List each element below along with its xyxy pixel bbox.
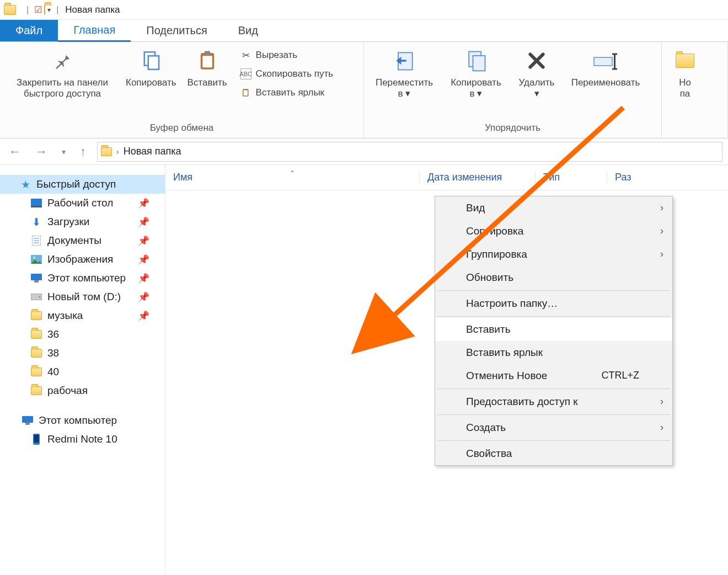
svg-rect-29 — [34, 435, 39, 443]
folder-icon[interactable] — [44, 5, 45, 15]
sidebar-item-pictures[interactable]: Изображения 📌 — [0, 250, 165, 269]
svg-rect-3 — [202, 56, 212, 67]
sidebar-item-40[interactable]: 40 — [0, 363, 165, 381]
dropdown-caret-icon[interactable]: ▾ — [47, 6, 51, 14]
context-menu: Вид› Сортировка› Группировка› Обновить Н… — [435, 196, 673, 466]
ctx-give-access[interactable]: Предоставить доступ к› — [435, 390, 672, 413]
tab-share[interactable]: Поделиться — [131, 20, 222, 41]
sidebar-item-music[interactable]: музыка 📌 — [0, 306, 165, 325]
sidebar-item-38[interactable]: 38 — [0, 344, 165, 363]
sidebar-item-downloads[interactable]: ⬇ Загрузки 📌 — [0, 212, 165, 231]
rename-label: Переименовать — [571, 77, 640, 88]
sidebar-item-36[interactable]: 36 — [0, 325, 165, 344]
ctx-label: Отменить Новое — [466, 370, 547, 381]
chevron-right-icon[interactable]: › — [116, 147, 119, 156]
column-name-label: Имя — [173, 172, 192, 183]
ctx-label: Вид — [466, 202, 485, 214]
breadcrumb[interactable]: › Новая папка — [97, 142, 722, 162]
properties-icon[interactable]: ☑ — [34, 4, 42, 15]
breadcrumb-current[interactable]: Новая папка — [124, 146, 181, 157]
forward-button[interactable]: → — [32, 142, 51, 161]
copy-path-button[interactable]: ABC Скопировать путь — [236, 66, 338, 82]
column-header-name[interactable]: Имя ⌃ — [165, 172, 419, 183]
ctx-paste-shortcut[interactable]: Вставить ярлык — [435, 341, 672, 364]
tab-home[interactable]: Главная — [58, 20, 131, 42]
sidebar-item-label: 36 — [47, 328, 59, 340]
sidebar-item-label: 38 — [47, 347, 59, 359]
rename-button[interactable]: Переименовать — [561, 44, 650, 120]
sidebar-item-label: Этот компьютер — [47, 272, 126, 284]
move-to-button[interactable]: Переместить в ▾ — [368, 44, 440, 120]
navigation-sidebar: ★ Быстрый доступ Рабочий стол 📌 ⬇ Загруз… — [0, 165, 165, 575]
quick-access-label: Быстрый доступ — [36, 178, 116, 190]
svg-rect-27 — [25, 423, 30, 425]
pin-icon: 📌 — [138, 273, 149, 284]
sidebar-item-working[interactable]: рабочая — [0, 381, 165, 400]
sidebar-item-this-pc[interactable]: Этот компьютер 📌 — [0, 269, 165, 288]
this-pc-label: Этот компьютер — [39, 414, 117, 427]
sidebar-item-desktop[interactable]: Рабочий стол 📌 — [0, 194, 165, 212]
rename-icon — [592, 47, 619, 74]
tab-file[interactable]: Файл — [0, 20, 58, 41]
svg-rect-23 — [34, 280, 39, 283]
copy-button[interactable]: Копировать — [120, 44, 182, 120]
copy-to-icon — [463, 47, 489, 74]
sidebar-item-label: Документы — [47, 235, 101, 247]
svg-rect-26 — [22, 416, 33, 423]
pin-icon: 📌 — [138, 198, 149, 209]
ctx-group[interactable]: Группировка› — [435, 243, 672, 266]
sidebar-item-label: Загрузки — [47, 216, 89, 228]
file-list-area[interactable]: Имя ⌃ Дата изменения Тип Раз Вид› Сортир… — [165, 165, 728, 575]
sort-caret-icon: ⌃ — [290, 169, 295, 177]
copy-to-button[interactable]: Копировать в ▾ — [440, 44, 512, 120]
phone-icon — [31, 434, 42, 445]
star-icon: ★ — [20, 179, 31, 190]
sidebar-item-label: музыка — [47, 310, 83, 322]
ctx-undo[interactable]: Отменить НовоеCTRL+Z — [435, 364, 672, 387]
svg-rect-6 — [243, 90, 248, 96]
ctx-refresh[interactable]: Обновить — [435, 266, 672, 289]
delete-label: Удалить ▾ — [519, 77, 555, 99]
delete-button[interactable]: Удалить ▾ — [512, 44, 561, 120]
sidebar-item-documents[interactable]: Документы 📌 — [0, 231, 165, 250]
column-header-size[interactable]: Раз — [607, 172, 728, 183]
pin-icon: 📌 — [138, 216, 149, 228]
move-to-label: Переместить в ▾ — [376, 77, 433, 99]
new-folder-label-partial: Но па — [679, 77, 691, 99]
paste-button[interactable]: Вставить — [182, 44, 233, 120]
clipboard-group-label: Буфер обмена — [0, 120, 363, 138]
desktop-icon — [31, 198, 42, 209]
tab-view[interactable]: Вид — [223, 20, 274, 41]
system-folder-icon[interactable] — [0, 2, 20, 18]
cut-button[interactable]: ✂ Вырезать — [236, 47, 338, 63]
sidebar-item-label: Новый том (D:) — [47, 291, 121, 303]
new-folder-button-partial[interactable]: Но па — [666, 44, 704, 131]
back-button[interactable]: ← — [6, 142, 24, 161]
ctx-customize[interactable]: Настроить папку… — [435, 292, 672, 315]
svg-rect-1 — [148, 56, 159, 70]
sidebar-item-drive-d[interactable]: Новый том (D:) 📌 — [0, 288, 165, 306]
up-button[interactable]: ↑ — [77, 142, 89, 161]
column-header-type[interactable]: Тип — [535, 172, 607, 183]
column-header-date[interactable]: Дата изменения — [419, 172, 535, 183]
ctx-new[interactable]: Создать› — [435, 416, 672, 439]
recent-button[interactable]: ▾ — [58, 145, 69, 158]
sidebar-quick-access[interactable]: ★ Быстрый доступ — [0, 175, 165, 194]
pin-quick-access-button[interactable]: Закрепить на панели быстрого доступа — [4, 44, 120, 120]
pin-icon: 📌 — [138, 310, 149, 322]
ctx-label: Предоставить доступ к — [466, 396, 578, 407]
separator: | — [26, 5, 29, 15]
ctx-paste[interactable]: Вставить — [435, 318, 672, 341]
sidebar-item-label: Рабочий стол — [47, 197, 113, 209]
ctx-view[interactable]: Вид› — [435, 196, 672, 220]
chevron-right-icon: › — [660, 248, 663, 260]
copy-to-label: Копировать в ▾ — [451, 77, 501, 99]
title-bar: | ☑ ▾ | Новая папка — [0, 0, 728, 20]
paste-icon — [194, 47, 221, 74]
sidebar-this-pc-root[interactable]: Этот компьютер — [0, 411, 165, 430]
paste-shortcut-button[interactable]: Вставить ярлык — [236, 85, 338, 100]
ribbon-group-organize: Переместить в ▾ Копировать в ▾ Удалить ▾… — [364, 42, 662, 138]
sidebar-item-device[interactable]: Redmi Note 10 — [0, 430, 165, 449]
ctx-sort[interactable]: Сортировка› — [435, 220, 672, 243]
ctx-properties[interactable]: Свойства — [435, 442, 672, 465]
